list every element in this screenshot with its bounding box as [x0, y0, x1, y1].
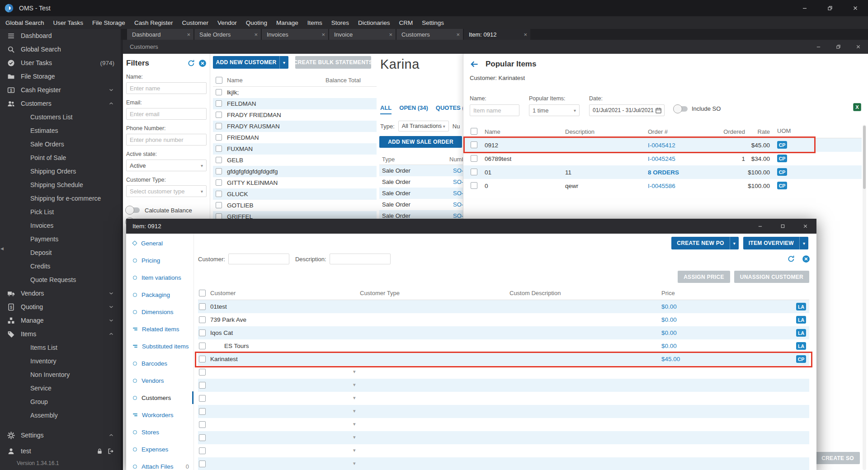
app-minimize-button[interactable] — [792, 0, 817, 16]
tab-open[interactable]: OPEN (34) — [399, 104, 428, 114]
tab-dashboard[interactable]: Dashboard× — [127, 29, 193, 40]
clear-filters-icon[interactable] — [198, 59, 207, 67]
menu-items[interactable]: Items — [303, 16, 327, 29]
menu-stores[interactable]: Stores — [327, 16, 354, 29]
vertical-scrollbar[interactable] — [863, 125, 866, 470]
date-range-field[interactable] — [589, 104, 665, 116]
popular-items-select[interactable]: 1 time▾ — [529, 104, 580, 116]
row-checkbox[interactable] — [199, 343, 206, 349]
row-checkbox[interactable] — [199, 303, 206, 310]
row-checkbox[interactable] — [216, 191, 222, 197]
menu-user-tasks[interactable]: User Tasks — [49, 16, 88, 29]
create-bulk-statements-button[interactable]: CREATE BULK STATEMENTS — [295, 56, 371, 69]
row-checkbox[interactable] — [199, 408, 206, 415]
invoice-link[interactable]: I-0045245 — [648, 155, 675, 162]
chevron-down-icon[interactable]: ▾ — [353, 461, 356, 466]
close-icon[interactable]: × — [251, 31, 258, 38]
price-link[interactable]: $0.00 — [661, 329, 677, 336]
logout-icon[interactable] — [108, 448, 114, 455]
item-nav-dimensions[interactable]: Dimensions — [126, 303, 193, 320]
chevron-down-icon[interactable]: ▾ — [353, 408, 356, 414]
item-nav-expenses[interactable]: Expenses — [126, 441, 193, 458]
close-icon[interactable]: × — [184, 31, 190, 38]
chevron-down-icon[interactable]: ▾ — [353, 421, 356, 427]
sale-order-link[interactable]: SO- — [453, 190, 463, 197]
window-maximize-button[interactable] — [771, 219, 794, 234]
unassign-customer-button[interactable]: UNASSIGN CUSTOMER — [734, 271, 809, 283]
item-nav-barcodes[interactable]: Barcodes — [126, 355, 193, 372]
sidebar-item-non-inventory[interactable]: Non Inventory — [0, 368, 121, 381]
empty-row[interactable]: ▾ — [198, 379, 809, 392]
menu-settings[interactable]: Settings — [417, 16, 448, 29]
menu-dictionaries[interactable]: Dictionaries — [354, 16, 395, 29]
tab-customers[interactable]: Customers× — [396, 29, 463, 40]
item-overview-dropdown[interactable]: ▾ — [799, 237, 808, 249]
menu-customer[interactable]: Customer — [177, 16, 213, 29]
menu-file-storage[interactable]: File Storage — [88, 16, 130, 29]
phone-filter-input[interactable] — [126, 134, 207, 146]
row-checkbox[interactable] — [199, 369, 206, 376]
sidebar-item-deposit[interactable]: Deposit — [0, 246, 121, 259]
customer-row[interactable]: GELB — [213, 155, 377, 166]
tab-quotes[interactable]: QUOTES (1 — [436, 104, 463, 114]
date-range-input[interactable] — [593, 107, 655, 113]
item-nav-stores[interactable]: Stores — [126, 423, 193, 441]
customer-row[interactable]: FRIEDMAN — [213, 132, 377, 143]
sidebar-item-file-storage[interactable]: File Storage — [0, 70, 121, 83]
chevron-down-icon[interactable]: ▾ — [353, 382, 356, 388]
close-icon[interactable]: × — [386, 31, 392, 38]
close-icon[interactable]: × — [521, 31, 527, 38]
customer-row[interactable]: FUXMAN — [213, 143, 377, 155]
sidebar-item-estimates[interactable]: Estimates — [0, 124, 121, 137]
transaction-row[interactable]: Sale OrderSO- — [379, 199, 463, 210]
app-close-button[interactable] — [843, 0, 868, 16]
customer-row[interactable]: FRADY RAUSMAN — [213, 121, 377, 132]
sidebar-item-dashboard[interactable]: Dashboard — [0, 29, 121, 42]
sidebar-item-payments[interactable]: Payments — [0, 232, 121, 246]
item-nav-substituted-items[interactable]: Substituted items — [126, 338, 193, 355]
sidebar-item-items-list[interactable]: Items List — [0, 341, 121, 354]
tab-invoices[interactable]: Invoices× — [262, 29, 328, 40]
customer-row[interactable]: gfdgfgfdgfdgfdgdfg — [213, 166, 377, 177]
customer-assignment-row[interactable]: Iqos Cat$0.00LA — [198, 326, 809, 339]
row-checkbox[interactable] — [199, 329, 206, 336]
chevron-down-icon[interactable]: ▾ — [353, 447, 356, 453]
customer-assignment-row-karinatest[interactable]: Karinatest$45.00CP — [198, 352, 809, 366]
sidebar-item-settings[interactable]: Settings — [0, 428, 121, 442]
calendar-icon[interactable] — [655, 107, 662, 114]
popular-item-row[interactable]: 0 qewr I-0045586 $100.00 CP — [463, 179, 862, 193]
sidebar-item-pick-list[interactable]: Pick List — [0, 205, 121, 219]
row-checkbox[interactable] — [199, 447, 206, 454]
sidebar-item-cash-register[interactable]: $ Cash Register — [0, 83, 121, 97]
refresh-icon[interactable] — [187, 59, 195, 67]
window-minimize-button[interactable] — [749, 219, 771, 234]
menu-vendor[interactable]: Vendor — [213, 16, 241, 29]
row-checkbox[interactable] — [199, 356, 206, 362]
scrollbar-thumb[interactable] — [863, 126, 866, 189]
sidebar-item-customers-list[interactable]: Customers List — [0, 110, 121, 124]
price-link[interactable]: $0.00 — [661, 303, 677, 310]
sidebar-collapse-arrow[interactable]: ◀ — [0, 246, 4, 251]
sidebar-item-global-search[interactable]: Global Search — [0, 42, 121, 56]
customer-assignment-row[interactable]: 739 Park Ave$0.00LA — [198, 313, 809, 326]
lock-icon[interactable] — [96, 448, 103, 455]
item-nav-general[interactable]: General — [126, 235, 193, 252]
item-nav-workorders[interactable]: Workorders — [126, 406, 193, 423]
add-new-customer-dropdown[interactable]: ▾ — [279, 56, 288, 69]
customer-row[interactable]: FELDMAN — [213, 98, 377, 109]
include-so-toggle[interactable] — [674, 106, 688, 112]
sidebar-item-items[interactable]: Items — [0, 327, 121, 341]
item-overview-button[interactable]: ITEM OVERVIEW — [743, 237, 799, 249]
row-checkbox[interactable] — [216, 146, 222, 152]
sale-order-link[interactable]: SO- — [453, 212, 463, 219]
sale-order-link[interactable]: SO- — [453, 179, 463, 185]
sidebar-item-credits[interactable]: Credits — [0, 259, 121, 273]
empty-row[interactable]: ▾ — [198, 366, 809, 379]
item-nav-packaging[interactable]: Packaging — [126, 286, 193, 303]
empty-row[interactable]: ▾ — [198, 444, 809, 457]
window-restore-button[interactable] — [828, 40, 848, 54]
close-icon[interactable]: × — [453, 31, 460, 38]
row-checkbox[interactable] — [216, 100, 222, 107]
row-checkbox[interactable] — [199, 382, 206, 389]
row-checkbox[interactable] — [471, 182, 477, 189]
